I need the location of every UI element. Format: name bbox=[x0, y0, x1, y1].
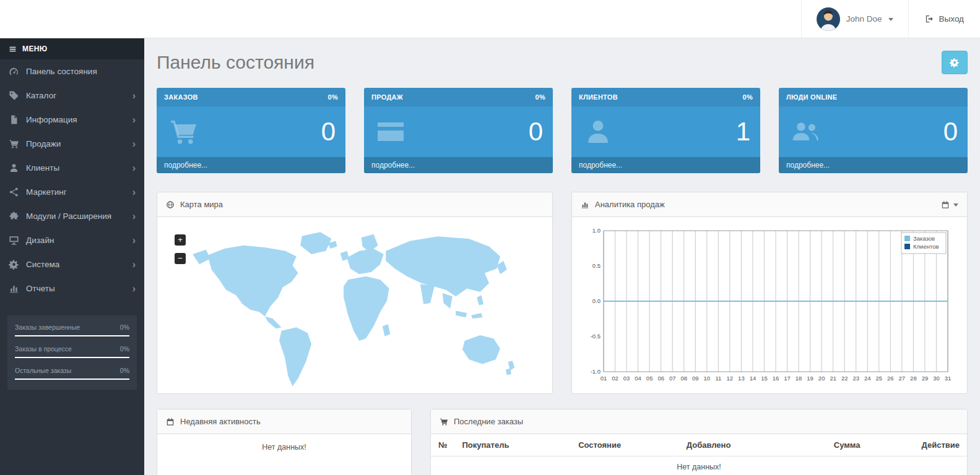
tile-body: 0 bbox=[779, 106, 968, 157]
sidebar-item-label: Маркетинг bbox=[26, 187, 126, 197]
cog-icon bbox=[9, 259, 19, 270]
tile-value: 0 bbox=[529, 117, 543, 147]
tile-percent: 0% bbox=[743, 93, 753, 101]
svg-text:0.5: 0.5 bbox=[592, 262, 601, 269]
sidebar-item-reports[interactable]: Отчеты› bbox=[0, 276, 144, 301]
tile-title: ЗАКАЗОВ bbox=[164, 93, 198, 101]
sidebar-item-information[interactable]: Информация› bbox=[0, 108, 144, 132]
tag-icon bbox=[9, 90, 19, 101]
orders-column-header: Покупатель bbox=[455, 434, 571, 456]
svg-text:Заказов: Заказов bbox=[913, 235, 935, 242]
avatar bbox=[817, 7, 840, 31]
user-icon bbox=[581, 117, 615, 147]
user-menu[interactable]: John Doe bbox=[801, 0, 908, 38]
sidebar-item-design[interactable]: Дизайн› bbox=[0, 228, 144, 252]
tile-heading: КЛИЕНТОВ0% bbox=[571, 88, 760, 106]
svg-text:-1.0: -1.0 bbox=[591, 368, 601, 375]
orders-panel-heading: Последние заказы bbox=[431, 409, 967, 434]
top-header: John Doe Выход bbox=[0, 0, 980, 38]
bar-chart-icon bbox=[9, 283, 19, 294]
sidebar-stats: Заказы завершенные0%Заказы в процессе0%О… bbox=[7, 315, 137, 390]
svg-text:20: 20 bbox=[818, 375, 825, 382]
map-zoom-in-button[interactable]: + bbox=[175, 234, 186, 246]
map-panel-heading: Карта мира bbox=[157, 192, 552, 217]
latest-orders-panel: Последние заказы №ПокупательСостояниеДоб… bbox=[430, 409, 968, 475]
tile-more-link[interactable]: подробнее... bbox=[157, 157, 345, 173]
tile-percent: 0% bbox=[328, 93, 339, 101]
sales-chart: 1.00.50.0-0.5-1.001020304050607080910111… bbox=[572, 217, 967, 393]
stat-tiles: ЗАКАЗОВ0%0подробнее...ПРОДАЖ0%0подробнее… bbox=[157, 88, 968, 173]
tile-заказов: ЗАКАЗОВ0%0подробнее... bbox=[157, 88, 345, 173]
user-name: John Doe bbox=[846, 14, 882, 24]
tile-more-link[interactable]: подробнее... bbox=[364, 157, 553, 173]
svg-text:10: 10 bbox=[704, 375, 711, 382]
map-panel-title: Карта мира bbox=[180, 200, 223, 209]
chart-panel-heading: Аналитика продаж bbox=[572, 192, 967, 217]
cart-icon bbox=[9, 139, 19, 149]
sidebar-item-dashboard[interactable]: Панель состояния bbox=[0, 59, 144, 83]
sidebar-item-system[interactable]: Система› bbox=[0, 252, 144, 276]
sidebar-item-label: Информация bbox=[26, 115, 126, 124]
orders-column-header: № bbox=[431, 434, 455, 456]
sidebar-stat: Заказы завершенные0% bbox=[15, 323, 129, 336]
orders-column-header: Действие bbox=[868, 434, 967, 456]
svg-text:30: 30 bbox=[933, 375, 940, 382]
svg-text:06: 06 bbox=[657, 375, 664, 382]
svg-text:-0.5: -0.5 bbox=[591, 333, 601, 340]
calendar-icon bbox=[941, 200, 950, 209]
user-icon bbox=[9, 163, 19, 173]
tile-body: 1 bbox=[571, 106, 760, 157]
tile-more-link[interactable]: подробнее... bbox=[571, 157, 760, 173]
menu-header[interactable]: МЕНЮ bbox=[0, 38, 144, 59]
activity-panel-title: Недавняя активность bbox=[180, 417, 261, 426]
desktop-icon bbox=[9, 235, 19, 246]
sidebar-stat: Остальные заказы0% bbox=[15, 367, 129, 380]
chevron-right-icon: › bbox=[132, 236, 136, 246]
globe-icon bbox=[166, 200, 175, 209]
svg-text:28: 28 bbox=[910, 375, 917, 382]
svg-text:27: 27 bbox=[899, 375, 906, 382]
tile-heading: ЗАКАЗОВ0% bbox=[157, 88, 345, 106]
svg-text:12: 12 bbox=[727, 375, 734, 382]
svg-text:04: 04 bbox=[635, 375, 641, 382]
chart-range-button[interactable] bbox=[941, 200, 958, 209]
orders-table: №ПокупательСостояниеДобавленоСуммаДейств… bbox=[431, 434, 967, 475]
svg-text:02: 02 bbox=[612, 375, 618, 382]
dashboard-settings-button[interactable] bbox=[942, 51, 968, 74]
sidebar-item-marketing[interactable]: Маркетинг› bbox=[0, 180, 144, 204]
svg-text:18: 18 bbox=[796, 375, 802, 382]
chevron-right-icon: › bbox=[132, 91, 136, 101]
recent-activity-panel: Недавняя активность Нет данных! bbox=[157, 409, 412, 475]
calendar-icon bbox=[166, 417, 175, 426]
sidebar-item-extensions[interactable]: Модули / Расширения› bbox=[0, 204, 144, 228]
sidebar-item-customers[interactable]: Клиенты› bbox=[0, 156, 144, 180]
sidebar-item-sales[interactable]: Продажи› bbox=[0, 132, 144, 156]
sidebar-item-label: Клиенты bbox=[26, 163, 126, 173]
logout-button[interactable]: Выход bbox=[908, 0, 980, 38]
svg-text:15: 15 bbox=[761, 375, 768, 382]
svg-text:26: 26 bbox=[887, 375, 894, 382]
puzzle-icon bbox=[9, 211, 19, 221]
users-icon bbox=[789, 117, 822, 147]
sidebar: МЕНЮ Панель состоянияКаталог›Информация›… bbox=[0, 38, 144, 475]
tile-title: КЛИЕНТОВ bbox=[579, 93, 618, 101]
tile-value: 0 bbox=[321, 117, 336, 147]
svg-text:01: 01 bbox=[601, 375, 607, 382]
map-zoom-out-button[interactable]: − bbox=[175, 253, 186, 264]
tile-more-link[interactable]: подробнее... bbox=[779, 157, 968, 173]
orders-column-header: Добавлено bbox=[679, 434, 790, 456]
orders-empty-text: Нет данных! bbox=[431, 456, 967, 475]
sidebar-item-label: Панель состояния bbox=[26, 67, 136, 76]
sidebar-item-catalog[interactable]: Каталог› bbox=[0, 83, 144, 108]
svg-text:05: 05 bbox=[646, 375, 653, 382]
sign-out-icon bbox=[925, 14, 934, 24]
stat-value: 0% bbox=[120, 323, 129, 331]
cart-icon bbox=[167, 117, 200, 147]
caret-down-icon bbox=[953, 203, 958, 207]
tile-body: 0 bbox=[364, 106, 553, 157]
orders-empty-row: Нет данных! bbox=[431, 456, 967, 475]
svg-text:23: 23 bbox=[852, 375, 859, 382]
chevron-right-icon: › bbox=[132, 115, 136, 125]
svg-text:0.0: 0.0 bbox=[592, 297, 601, 304]
world-map[interactable]: + − bbox=[157, 217, 552, 393]
